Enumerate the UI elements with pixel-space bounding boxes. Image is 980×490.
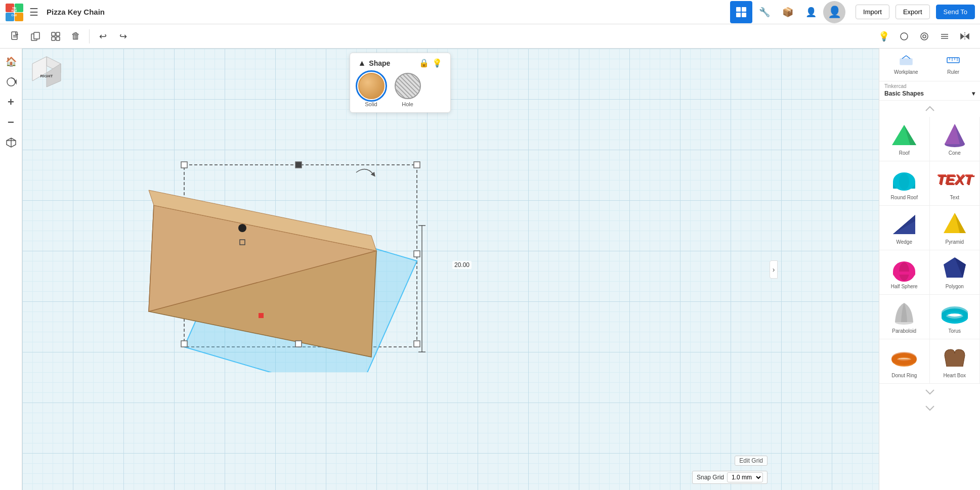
- delete-btn[interactable]: 🗑: [67, 27, 85, 46]
- dropdown-arrow-icon: ▾: [972, 90, 975, 97]
- lock-icon[interactable]: 🔒: [419, 58, 429, 68]
- ruler-btn[interactable]: Ruler: [930, 52, 977, 78]
- shape-item-text[interactable]: TEXT Text: [930, 161, 981, 206]
- bulb-icon[interactable]: 💡: [432, 58, 442, 68]
- roof-icon: [891, 122, 917, 148]
- home-btn[interactable]: 🏠: [2, 53, 20, 71]
- svg-point-20: [901, 33, 908, 40]
- text-label: Text: [950, 195, 959, 200]
- copy-layout-btn[interactable]: [26, 27, 45, 46]
- group-btn[interactable]: [47, 27, 65, 46]
- ruler-icon: [946, 55, 960, 68]
- shapes-grid: Roof Cone: [879, 117, 980, 384]
- light-btn[interactable]: 💡: [875, 27, 893, 46]
- snap-grid-label: Snap Grid: [697, 474, 724, 481]
- scroll-down-arrow-2[interactable]: [879, 400, 980, 416]
- shape-item-cone[interactable]: Cone: [930, 117, 981, 161]
- menu-icon[interactable]: ☰: [27, 4, 40, 20]
- scroll-down-arrow-1[interactable]: [879, 384, 980, 400]
- shape-item-torus[interactable]: Torus: [930, 295, 981, 339]
- avatar-btn[interactable]: 👤: [823, 1, 845, 23]
- import-btn[interactable]: Import: [856, 5, 889, 19]
- tinkercad-dropdown: Tinkercad Basic Shapes ▾: [879, 81, 980, 101]
- shapes-view-btn[interactable]: [895, 27, 913, 46]
- account-btn[interactable]: 👤: [800, 1, 822, 23]
- undo-btn[interactable]: ↩: [94, 27, 112, 46]
- workplane-label: Workplane: [894, 69, 918, 75]
- shape-item-round-roof[interactable]: Round Roof: [879, 161, 930, 206]
- shape-item-wedge[interactable]: Wedge: [879, 206, 930, 250]
- new-btn[interactable]: [6, 27, 24, 46]
- paraboloid-icon: [891, 300, 917, 326]
- half-sphere-icon: [891, 255, 917, 282]
- svg-rect-15: [34, 32, 39, 39]
- 3d-view-btn[interactable]: [2, 133, 20, 152]
- left-nav: 🏠 + −: [0, 49, 22, 490]
- shape-item-heart[interactable]: Heart Box: [930, 339, 981, 384]
- cone-label: Cone: [949, 150, 961, 156]
- canvas-grid: [22, 49, 879, 490]
- hole-sphere[interactable]: [395, 73, 421, 99]
- wp-ruler-row: Workplane Ruler: [879, 49, 980, 81]
- svg-rect-19: [56, 37, 60, 40]
- round-roof-label: Round Roof: [891, 195, 918, 200]
- grid-view-btn[interactable]: [730, 1, 752, 23]
- svg-text:KER: KER: [12, 9, 17, 12]
- redo-btn[interactable]: ↪: [114, 27, 132, 46]
- shape-item-roof[interactable]: Roof: [879, 117, 930, 161]
- shape-panel-header: ▲ Shape 🔒 💡: [358, 58, 442, 68]
- workplane-btn[interactable]: Workplane: [882, 52, 930, 78]
- panel-collapse-arrow[interactable]: ›: [770, 260, 778, 279]
- round-roof-icon: [891, 166, 917, 193]
- shape-panel: ▲ Shape 🔒 💡 Solid Hole: [350, 53, 451, 113]
- tinkercad-label: Tinkercad: [884, 83, 975, 89]
- hole-label: Hole: [402, 101, 413, 107]
- donut-icon: [891, 344, 917, 371]
- mirror-btn[interactable]: [956, 27, 974, 46]
- canvas-area[interactable]: RIGHT ▲ Shape 🔒 💡 Solid: [22, 49, 879, 490]
- svg-rect-9: [736, 13, 741, 17]
- shape-options: Solid Hole: [358, 73, 442, 107]
- scroll-up-arrow[interactable]: [879, 101, 980, 117]
- hole-option[interactable]: Hole: [395, 73, 421, 107]
- svg-rect-17: [56, 32, 60, 36]
- pyramid-icon: [942, 211, 968, 237]
- solid-option[interactable]: Solid: [358, 73, 385, 107]
- send-to-btn[interactable]: Send To: [936, 5, 975, 19]
- shape-item-paraboloid[interactable]: Paraboloid: [879, 295, 930, 339]
- shape-item-half-sphere[interactable]: Half Sphere: [879, 250, 930, 295]
- tools-btn[interactable]: 🔧: [753, 1, 776, 23]
- export-btn[interactable]: Export: [896, 5, 930, 19]
- basic-shapes-label: Basic Shapes: [884, 90, 924, 97]
- shape-item-donut[interactable]: Donut Ring: [879, 339, 930, 384]
- snap-grid-row: Snap Grid 1.0 mm 0.5 mm 2.0 mm: [692, 471, 768, 484]
- circle-btn[interactable]: [915, 27, 933, 46]
- layers-btn[interactable]: [935, 27, 954, 46]
- zoom-in-btn[interactable]: +: [2, 93, 20, 111]
- cube-navigator[interactable]: RIGHT: [28, 55, 65, 91]
- edit-grid-label[interactable]: Edit Grid: [735, 456, 768, 466]
- rotate-btn[interactable]: [2, 73, 20, 91]
- basic-shapes-select[interactable]: Basic Shapes ▾: [884, 89, 975, 98]
- snap-grid-select[interactable]: 1.0 mm 0.5 mm 2.0 mm: [727, 472, 763, 482]
- polygon-icon: [942, 255, 968, 282]
- shape-panel-title: ▲ Shape: [358, 59, 391, 68]
- packages-btn[interactable]: 📦: [777, 1, 799, 23]
- svg-text:CAD: CAD: [12, 14, 17, 17]
- zoom-out-btn[interactable]: −: [2, 113, 20, 131]
- pyramid-label: Pyramid: [945, 239, 964, 245]
- svg-rect-44: [900, 59, 912, 65]
- divider-1: [89, 29, 90, 43]
- solid-label: Solid: [365, 101, 377, 107]
- solid-sphere[interactable]: [358, 73, 385, 99]
- svg-point-22: [923, 35, 926, 38]
- shape-item-polygon[interactable]: Polygon: [930, 250, 981, 295]
- half-sphere-label: Half Sphere: [891, 284, 918, 289]
- svg-rect-8: [742, 7, 746, 12]
- svg-rect-10: [742, 13, 746, 17]
- svg-rect-68: [893, 272, 915, 275]
- svg-line-46: [906, 56, 910, 59]
- tinkercad-logo: TIN KER CAD: [5, 3, 23, 21]
- wedge-label: Wedge: [896, 239, 912, 245]
- shape-item-pyramid[interactable]: Pyramid: [930, 206, 981, 250]
